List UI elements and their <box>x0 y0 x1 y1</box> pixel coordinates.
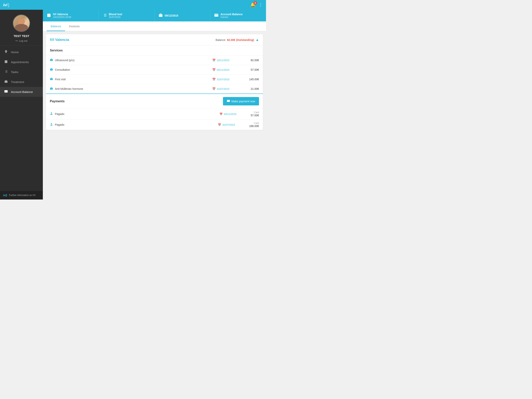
payment-row-2: Pagado 📅 31/07/2015 Card 166.00€ <box>46 119 263 130</box>
calendar-icon-3: 📅 <box>212 78 215 81</box>
info-appointment-title: IVI Valencia <box>53 13 71 16</box>
payments-header: Payments Make payment now <box>46 94 263 109</box>
tasks-icon <box>4 70 8 74</box>
info-account-balance-text: Account Balance Correct <box>221 13 243 19</box>
top-bar: ivi ) 🔔 9 ⋮ <box>0 0 266 10</box>
notification-badge: 9 <box>253 1 257 5</box>
service-amount-2: 57.00€ <box>243 68 259 71</box>
payment-date-1: 📅 04/11/2015 <box>219 113 251 116</box>
user-name: TEST TEST <box>14 34 29 38</box>
svg-rect-42 <box>227 100 230 102</box>
payments-title: Payments <box>50 100 65 103</box>
service-icon-1 <box>50 58 53 62</box>
payment-info-1: Card 57.00€ <box>251 111 259 117</box>
payment-name-1: Pagado <box>55 112 219 116</box>
pay-btn-label: Make payment now <box>232 100 255 103</box>
info-blood-test-title: Blood test <box>109 13 122 16</box>
tabs-bar: Balance Invoices <box>43 21 266 31</box>
service-row-1: Ultrasound (p/u) 📅 10/11/2015 82.00€ <box>46 55 263 65</box>
logout-icon: ↪ <box>15 39 18 42</box>
info-account-balance[interactable]: Account Balance Correct <box>210 10 266 21</box>
service-amount-4: 21.00€ <box>243 87 259 90</box>
calendar-icon-2: 📅 <box>212 68 215 71</box>
services-section-header: Services <box>46 45 263 55</box>
medical-icon <box>158 13 163 18</box>
calendar-icon-1: 📅 <box>212 59 215 62</box>
service-icon-2 <box>50 68 53 72</box>
sidebar-item-home[interactable]: Home <box>0 47 43 57</box>
payment-cal-icon-1: 📅 <box>219 113 222 116</box>
service-row-2: Consultation 📅 04/11/2015 57.00€ <box>46 65 263 74</box>
sidebar-item-account-balance-label: Account Balance <box>11 90 33 94</box>
content-area: IVI Valencia 13/12/2015 20:00 Blood test… <box>43 10 266 200</box>
service-date-4: 📅 31/07/2015 <box>212 87 243 90</box>
logout-label: Log out <box>19 39 27 42</box>
balance-label: Balance <box>215 38 226 41</box>
balance-amount: 82.00€ (Outstanding) <box>227 38 254 41</box>
treatment-icon <box>4 80 8 84</box>
sidebar-item-account-balance[interactable]: Account Balance <box>0 87 43 97</box>
calendar-icon-4: 📅 <box>212 87 215 90</box>
service-date-2: 📅 04/11/2015 <box>212 68 243 71</box>
appointment-calendar-icon <box>47 13 51 18</box>
more-menu-button[interactable]: ⋮ <box>259 2 263 7</box>
service-date-1: 📅 10/11/2015 <box>212 59 243 62</box>
info-date-text: 09/12/2015 <box>165 14 178 17</box>
info-appointment[interactable]: IVI Valencia 13/12/2015 20:00 <box>43 10 99 21</box>
service-row-4: Anti-Müllerian hormone 📅 31/07/2015 21.0… <box>46 84 263 94</box>
blood-test-icon <box>103 13 107 18</box>
info-blood-test[interactable]: Blood test 31/07/2015 <box>99 10 155 21</box>
payment-date-2: 📅 31/07/2015 <box>218 123 249 126</box>
page-content: Balance Invoices IVI Valencia Balance 82… <box>43 21 266 200</box>
make-payment-button[interactable]: Make payment now <box>223 97 259 105</box>
payment-icon-1 <box>50 112 53 116</box>
service-amount-1: 82.00€ <box>243 59 259 62</box>
svg-point-45 <box>51 123 52 124</box>
sidebar-profile: TEST TEST ↪ Log out <box>0 10 43 45</box>
sidebar-item-appointments-label: Appointments <box>11 60 29 64</box>
chevron-up-icon[interactable]: ▲ <box>255 38 259 42</box>
balance-card: IVI Valencia Balance 82.00€ (Outstanding… <box>46 34 263 130</box>
payment-amount-1: 57.00€ <box>251 114 259 117</box>
service-name-3: First visit <box>55 78 212 81</box>
logout-button[interactable]: ↪ Log out <box>15 39 27 42</box>
info-date[interactable]: 09/12/2015 <box>155 10 210 21</box>
info-date-title: 09/12/2015 <box>165 14 178 17</box>
service-icon-4 <box>50 87 53 91</box>
balance-info: Balance 82.00€ (Outstanding) ▲ <box>215 38 259 42</box>
tab-balance[interactable]: Balance <box>47 21 65 31</box>
avatar <box>13 14 30 32</box>
tab-invoices[interactable]: Invoices <box>65 21 83 31</box>
sidebar-footer: ivi) Further information on IVI <box>0 191 43 200</box>
info-appointment-text: IVI Valencia 13/12/2015 20:00 <box>53 13 71 19</box>
service-row-3: First visit 📅 31/07/2015 145.00€ <box>46 74 263 84</box>
sidebar-item-tasks[interactable]: Tasks <box>0 67 43 77</box>
footer-text: Further information on IVI <box>9 194 35 197</box>
home-icon <box>4 50 8 54</box>
sidebar: TEST TEST ↪ Log out Home Appointments <box>0 10 43 200</box>
appointments-icon <box>4 60 8 64</box>
payment-cal-icon-2: 📅 <box>218 123 221 126</box>
card-header: IVI Valencia Balance 82.00€ (Outstanding… <box>46 34 263 45</box>
svg-rect-13 <box>5 90 8 93</box>
card-icon-info <box>214 13 218 18</box>
sidebar-item-home-label: Home <box>11 51 19 54</box>
svg-rect-15 <box>47 14 51 17</box>
notification-button[interactable]: 🔔 9 <box>250 2 255 7</box>
logo-text: ivi <box>3 3 7 7</box>
payment-row-1: Pagado 📅 04/11/2015 Card 57.00€ <box>46 109 263 119</box>
sidebar-item-treatment-label: Treatment <box>11 80 24 84</box>
info-blood-test-sub: 31/07/2015 <box>109 16 122 19</box>
info-blood-test-text: Blood test 31/07/2015 <box>109 13 122 19</box>
pay-card-icon <box>227 99 230 103</box>
sidebar-item-appointments[interactable]: Appointments <box>0 57 43 67</box>
payment-method-1: Card <box>251 111 259 114</box>
main-layout: TEST TEST ↪ Log out Home Appointments <box>0 10 266 200</box>
footer-logo: ivi) <box>3 194 7 197</box>
info-appointment-sub: 13/12/2015 20:00 <box>53 16 71 19</box>
sidebar-item-treatment[interactable]: Treatment <box>0 77 43 87</box>
app-logo: ivi ) <box>3 2 9 8</box>
payment-icon-2 <box>50 123 53 127</box>
info-bar: IVI Valencia 13/12/2015 20:00 Blood test… <box>43 10 266 21</box>
payment-amount-2: 166.00€ <box>249 124 259 128</box>
